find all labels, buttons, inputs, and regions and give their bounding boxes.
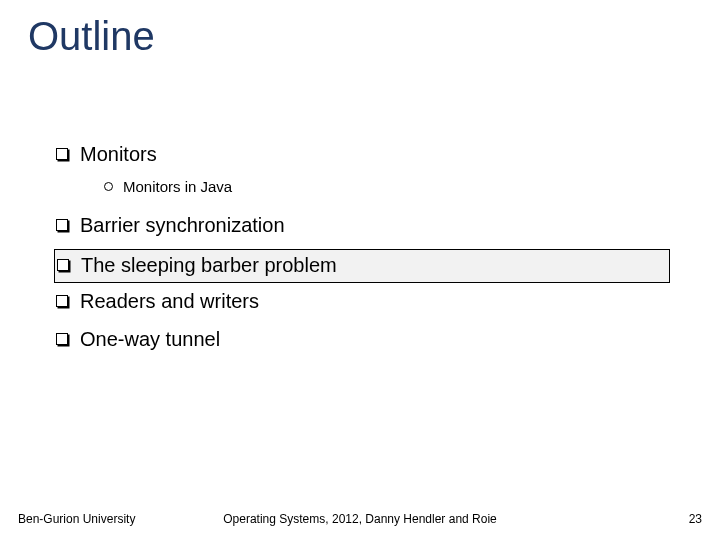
footer-course: Operating Systems, 2012, Danny Hendler a… [0, 512, 720, 526]
item-label: The sleeping barber problem [81, 251, 337, 279]
item-label: One-way tunnel [80, 325, 220, 353]
footer-course-line1: Operating Systems, 2012, Danny Hendler a… [223, 512, 497, 526]
item-label: Monitors [80, 140, 157, 168]
slide-title: Outline [28, 14, 155, 59]
list-item: Monitors [56, 140, 680, 168]
list-item: The sleeping barber problem [57, 251, 667, 279]
checkbox-icon [56, 148, 68, 160]
slide: Outline Monitors Monitors in Java Barrie… [0, 0, 720, 540]
list-item: Readers and writers [56, 287, 680, 315]
subitem-label: Monitors in Java [123, 178, 232, 195]
checkbox-icon [56, 333, 68, 345]
item-label: Readers and writers [80, 287, 259, 315]
sub-list-item: Monitors in Java [104, 178, 680, 195]
item-label: Barrier synchronization [80, 211, 285, 239]
list-item: Barrier synchronization [56, 211, 680, 239]
page-number: 23 [689, 512, 702, 526]
checkbox-icon [57, 259, 69, 271]
highlighted-item-box: The sleeping barber problem [54, 249, 670, 283]
checkbox-icon [56, 219, 68, 231]
list-item: One-way tunnel [56, 325, 680, 353]
outline-list: Monitors Monitors in Java Barrier synchr… [56, 140, 680, 359]
circle-bullet-icon [104, 182, 113, 191]
checkbox-icon [56, 295, 68, 307]
